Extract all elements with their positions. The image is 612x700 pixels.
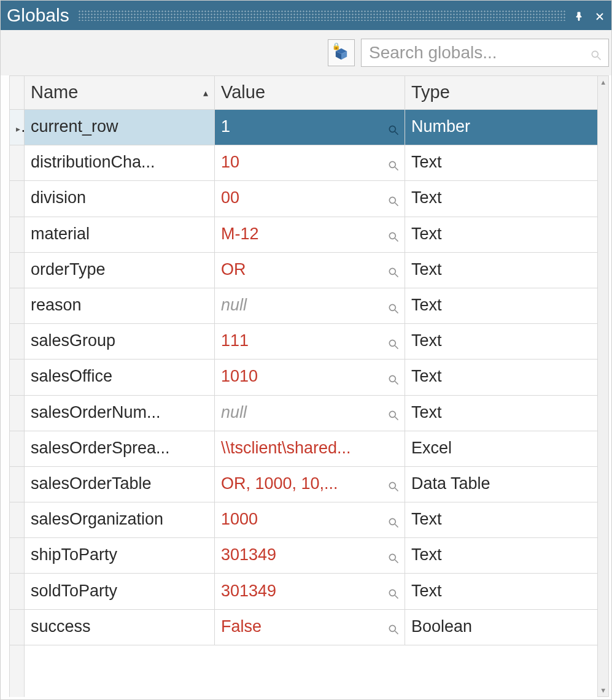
cell-name[interactable]: soldToParty	[25, 574, 215, 609]
inspect-value-icon[interactable]	[387, 585, 400, 598]
row-handle[interactable]	[10, 431, 25, 466]
vertical-scrollbar[interactable]: ▲ ▼	[598, 75, 609, 697]
row-handle[interactable]	[10, 217, 25, 252]
inspect-value-icon[interactable]	[387, 157, 400, 169]
inspect-value-icon[interactable]	[387, 264, 400, 276]
row-handle[interactable]	[10, 574, 25, 609]
cell-type[interactable]: Number	[405, 110, 598, 145]
cell-value[interactable]: 111	[215, 324, 405, 360]
table-row[interactable]: salesOffice1010Text	[10, 360, 598, 395]
toggle-private-button[interactable]: 🔒	[328, 39, 355, 66]
row-handle[interactable]	[10, 466, 25, 502]
cell-value[interactable]: 301349	[215, 574, 405, 609]
cell-name[interactable]: orderType	[25, 252, 215, 288]
scroll-up-icon[interactable]: ▲	[598, 76, 608, 88]
row-handle[interactable]	[10, 324, 25, 360]
row-handle[interactable]: ▸	[10, 110, 25, 145]
cell-type[interactable]: Text	[405, 252, 598, 288]
cell-value[interactable]: OR	[215, 252, 405, 288]
table-row[interactable]: soldToParty301349Text	[10, 574, 598, 609]
cell-name[interactable]: salesGroup	[25, 324, 215, 360]
cell-name[interactable]: current_row	[25, 110, 215, 145]
row-handle[interactable]	[10, 252, 25, 288]
cell-value[interactable]: 1	[215, 110, 405, 145]
cell-type[interactable]: Text	[405, 145, 598, 181]
cell-value[interactable]: False	[215, 609, 405, 645]
table-row[interactable]: salesOrderNum...nullText	[10, 395, 598, 431]
column-header-value[interactable]: Value	[215, 76, 405, 110]
cell-type[interactable]: Text	[405, 324, 598, 360]
inspect-value-icon[interactable]	[387, 621, 400, 633]
cell-type[interactable]: Text	[405, 574, 598, 609]
inspect-value-icon[interactable]	[387, 228, 400, 240]
cell-value[interactable]: 10	[215, 145, 405, 181]
table-row[interactable]: distributionCha...10Text	[10, 145, 598, 181]
pin-button[interactable]	[571, 7, 587, 23]
row-handle[interactable]	[10, 360, 25, 395]
cell-value[interactable]: null	[215, 288, 405, 323]
cell-value[interactable]: 00	[215, 181, 405, 217]
cell-type[interactable]: Text	[405, 181, 598, 217]
close-button[interactable]	[592, 7, 608, 23]
table-row[interactable]: salesOrderSprea...\\tsclient\shared...Ex…	[10, 431, 598, 466]
cell-value[interactable]: 1000	[215, 502, 405, 538]
cell-name[interactable]: salesOrderTable	[25, 466, 215, 502]
row-handle[interactable]	[10, 181, 25, 217]
row-handle[interactable]	[10, 609, 25, 645]
column-header-type[interactable]: Type	[405, 76, 598, 110]
inspect-value-icon[interactable]	[387, 193, 400, 205]
cell-type[interactable]: Text	[405, 395, 598, 431]
cell-name[interactable]: salesOrderNum...	[25, 395, 215, 431]
table-row[interactable]: orderTypeORText	[10, 252, 598, 288]
titlebar-grip[interactable]	[78, 10, 566, 21]
cell-value[interactable]: OR, 1000, 10,...	[215, 466, 405, 502]
cell-type[interactable]: Text	[405, 217, 598, 252]
cell-type[interactable]: Text	[405, 288, 598, 323]
cell-type[interactable]: Text	[405, 360, 598, 395]
row-handle[interactable]	[10, 288, 25, 323]
cell-value[interactable]: null	[215, 395, 405, 431]
cell-type[interactable]: Data Table	[405, 466, 598, 502]
table-row[interactable]: salesOrganization1000Text	[10, 502, 598, 538]
cell-name[interactable]: division	[25, 181, 215, 217]
row-handle[interactable]	[10, 145, 25, 181]
inspect-value-icon[interactable]	[387, 371, 400, 383]
table-row[interactable]: shipToParty301349Text	[10, 538, 598, 574]
cell-value[interactable]: 1010	[215, 360, 405, 395]
inspect-value-icon[interactable]	[387, 121, 400, 134]
cell-type[interactable]: Text	[405, 538, 598, 574]
table-row[interactable]: materialM-12Text	[10, 217, 598, 252]
row-handle[interactable]	[10, 395, 25, 431]
table-row[interactable]: salesGroup111Text	[10, 324, 598, 360]
inspect-value-icon[interactable]	[387, 478, 400, 490]
cell-value[interactable]: \\tsclient\shared...	[215, 431, 405, 466]
table-row[interactable]: ▸current_row1Number	[10, 110, 598, 145]
cell-value[interactable]: 301349	[215, 538, 405, 574]
inspect-value-icon[interactable]	[387, 550, 400, 562]
cell-name[interactable]: shipToParty	[25, 538, 215, 574]
cell-name[interactable]: salesOrganization	[25, 502, 215, 538]
row-handle[interactable]	[10, 538, 25, 574]
table-row[interactable]: division00Text	[10, 181, 598, 217]
cell-type[interactable]: Boolean	[405, 609, 598, 645]
cell-name[interactable]: material	[25, 217, 215, 252]
inspect-value-icon[interactable]	[387, 514, 400, 526]
cell-name[interactable]: success	[25, 609, 215, 645]
cell-type[interactable]: Excel	[405, 431, 598, 466]
cell-name[interactable]: salesOrderSprea...	[25, 431, 215, 466]
table-row[interactable]: salesOrderTableOR, 1000, 10,...Data Tabl…	[10, 466, 598, 502]
cell-value[interactable]: M-12	[215, 217, 405, 252]
table-row[interactable]: successFalseBoolean	[10, 609, 598, 645]
cell-name[interactable]: salesOffice	[25, 360, 215, 395]
cell-name[interactable]: distributionCha...	[25, 145, 215, 181]
row-handle[interactable]	[10, 502, 25, 538]
row-selector-header[interactable]	[10, 76, 25, 110]
cell-name[interactable]: reason	[25, 288, 215, 323]
scroll-down-icon[interactable]: ▼	[598, 684, 608, 696]
table-row[interactable]: reasonnullText	[10, 288, 598, 323]
column-header-name[interactable]: Name ▴	[25, 76, 215, 110]
cell-type[interactable]: Text	[405, 502, 598, 538]
inspect-value-icon[interactable]	[387, 300, 400, 312]
inspect-value-icon[interactable]	[387, 336, 400, 348]
inspect-value-icon[interactable]	[387, 407, 400, 419]
